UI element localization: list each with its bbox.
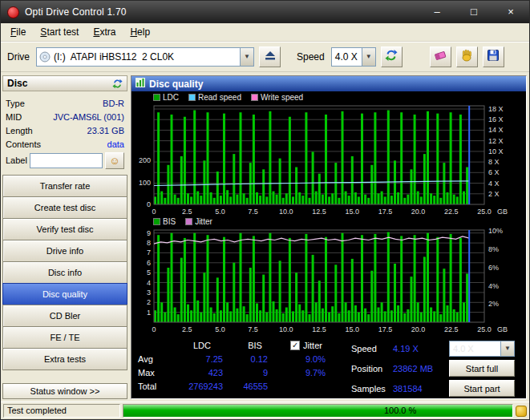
results-section: LDC BIS ✓ Jitter Avg 7.25 0.12 9.0% Max … (131, 333, 526, 398)
svg-text:6%: 6% (488, 264, 499, 272)
results-table: LDC BIS ✓ Jitter Avg 7.25 0.12 9.0% Max … (138, 338, 335, 393)
legend-ldc: LDC (153, 93, 179, 102)
svg-text:9: 9 (147, 229, 151, 237)
disc-label-button[interactable]: ☺ (105, 152, 124, 169)
speed-stat-label: Speed (351, 344, 393, 353)
svg-text:4: 4 (147, 279, 151, 287)
svg-text:17.5: 17.5 (378, 208, 393, 216)
sidebar-item-disc-quality[interactable]: Disc quality (2, 283, 127, 305)
sidebar-item-create-test-disc[interactable]: Create test disc (2, 196, 127, 219)
svg-text:0: 0 (147, 200, 151, 208)
menu-start-test[interactable]: Start test (33, 23, 86, 41)
disc-length-value: 23.31 GB (87, 126, 124, 135)
sidebar-item-extra-tests[interactable]: Extra tests (2, 348, 127, 370)
refresh-button[interactable] (381, 46, 403, 67)
dropdown-arrow-icon: ▼ (240, 48, 253, 66)
status-window-button[interactable]: Status window >> (2, 383, 127, 399)
svg-text:2.5: 2.5 (182, 208, 192, 216)
svg-text:10.0: 10.0 (279, 208, 293, 216)
svg-text:GB: GB (497, 208, 508, 216)
position-stat-label: Position (351, 364, 393, 374)
total-bis-value: 46555 (233, 382, 277, 391)
statusbar: Test completed 100.0 % (1, 402, 529, 419)
check-icon: ✓ (292, 341, 298, 349)
svg-text:12 X: 12 X (488, 137, 504, 145)
svg-text:5: 5 (147, 269, 151, 277)
start-part-button[interactable]: Start part (449, 380, 515, 397)
hand-icon (460, 49, 473, 65)
minimize-button[interactable]: – (425, 4, 449, 20)
svg-text:6 X: 6 X (488, 168, 500, 176)
smiley-icon: ☺ (109, 155, 119, 167)
menu-file[interactable]: File (3, 23, 33, 41)
sidebar-item-cd-bler[interactable]: CD Bler (2, 305, 127, 327)
sidebar-item-drive-info[interactable]: Drive info (2, 240, 127, 262)
svg-text:100: 100 (139, 179, 151, 187)
speed-select[interactable]: 4.0 X ▼ (331, 47, 376, 67)
svg-text:22.5: 22.5 (444, 208, 459, 216)
svg-text:4%: 4% (488, 282, 499, 290)
avg-row-label: Avg (138, 354, 172, 364)
disc-label-row: Label ☺ (6, 151, 124, 170)
window-title: Opti Drive Control 1.70 (25, 6, 127, 18)
svg-text:15.0: 15.0 (345, 325, 359, 333)
stop-hand-button[interactable] (456, 46, 478, 67)
eject-button[interactable] (259, 46, 281, 67)
svg-text:20.0: 20.0 (411, 208, 426, 216)
jitter-checkbox[interactable]: ✓ (290, 341, 300, 350)
svg-text:3: 3 (147, 289, 151, 297)
refresh-icon (385, 49, 398, 65)
bis-jitter-legend: BISJitter (131, 216, 526, 228)
menu-extra[interactable]: Extra (86, 23, 123, 41)
drive-select-value: (I:) ATAPI iHBS112 2 CL0K (51, 51, 240, 63)
save-results-button[interactable] (483, 46, 504, 67)
max-bis-value: 9 (233, 368, 277, 378)
samples-stat-value: 381584 (393, 384, 449, 394)
svg-text:10 X: 10 X (488, 147, 504, 155)
save-icon (487, 49, 500, 65)
progress-fill (123, 405, 512, 417)
svg-text:5.0: 5.0 (215, 208, 225, 216)
svg-text:7: 7 (147, 248, 151, 256)
svg-text:15.0: 15.0 (345, 208, 359, 216)
start-full-button[interactable]: Start full (449, 360, 515, 377)
svg-text:10.0: 10.0 (279, 325, 293, 333)
svg-text:8: 8 (147, 239, 151, 247)
disc-mid-row: MID JVC-AMS6L (001) (6, 110, 124, 123)
svg-text:200: 200 (139, 156, 151, 164)
refresh-icon (112, 79, 123, 89)
close-button[interactable]: × (499, 4, 523, 20)
legend-jitter: Jitter (185, 217, 212, 226)
scan-speed-select[interactable]: 4.0 X ▼ (449, 341, 515, 357)
status-icon (516, 406, 527, 417)
disc-info: Type BD-R MID JVC-AMS6L (001) Length 23.… (2, 91, 127, 170)
rescan-disc-button[interactable] (112, 79, 123, 89)
drive-select[interactable]: (I:) ATAPI iHBS112 2 CL0K ▼ (36, 47, 254, 67)
disc-length-row: Length 23.31 GB (6, 123, 124, 137)
legend-write-speed: Write speed (251, 93, 303, 102)
samples-stat-label: Samples (351, 384, 393, 394)
max-row-label: Max (138, 368, 172, 378)
svg-text:10%: 10% (488, 228, 503, 235)
app-icon[interactable] (7, 6, 19, 18)
disc-label-input[interactable] (30, 153, 103, 168)
menu-help[interactable]: Help (123, 23, 157, 41)
disc-mid-value: JVC-AMS6L (001) (53, 112, 124, 122)
panel-header: Disc quality (131, 76, 526, 91)
legend-read-speed: Read speed (188, 93, 241, 102)
maximize-button[interactable]: □ (462, 4, 486, 20)
app-window: Opti Drive Control 1.70 – □ × File Start… (0, 0, 530, 420)
titlebar: Opti Drive Control 1.70 – □ × (1, 1, 529, 23)
ldc-column-header: LDC (172, 341, 233, 350)
max-ldc-value: 423 (172, 368, 233, 378)
sidebar-item-fe-te[interactable]: FE / TE (2, 326, 127, 349)
disc-contents-link[interactable]: data (107, 139, 124, 149)
error-chart-legend: LDCRead speedWrite speed (131, 91, 526, 103)
sidebar-item-transfer-rate[interactable]: Transfer rate (2, 175, 127, 197)
svg-text:2 X: 2 X (488, 190, 500, 198)
svg-text:14 X: 14 X (488, 126, 504, 134)
disc-label-label: Label (6, 155, 27, 165)
sidebar-item-verify-test-disc[interactable]: Verify test disc (2, 218, 127, 240)
erase-disc-button[interactable] (430, 46, 451, 67)
sidebar-item-disc-info[interactable]: Disc info (2, 261, 127, 284)
